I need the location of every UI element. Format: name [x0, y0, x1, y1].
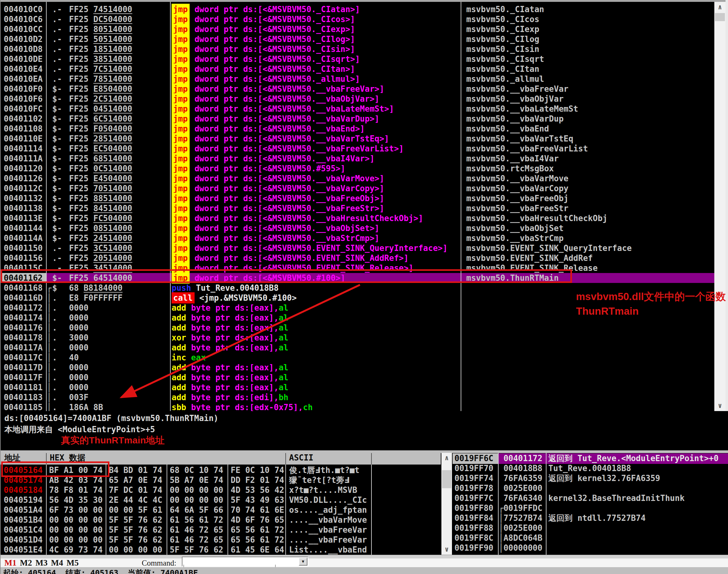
command-input[interactable] — [183, 558, 299, 566]
dump-row[interactable]: 004051D400 00 00 005F 5F 76 6261 46 72 6… — [0, 535, 441, 545]
comment-cell: msvbvm50._CItan — [466, 64, 539, 74]
disasm-row[interactable]: 00401156.-FF25 20514000jmp dword ptr ds:… — [0, 253, 714, 263]
analysis-prefix-cell: . — [52, 333, 57, 343]
operand-bytes: 84514000 — [93, 204, 132, 213]
disasm-row[interactable]: 004010FC$-FF25 04514000jmp dword ptr ds:… — [0, 104, 714, 114]
bytes-cell: FF25 70514000 — [69, 183, 132, 194]
stack-address-cell: 0019FF90 — [455, 543, 493, 553]
tab-m5[interactable]: M5 — [67, 559, 79, 567]
command-combobox[interactable]: ▼ — [182, 557, 308, 567]
disasm-row[interactable]: 00401150.-FF25 3C514000jmp dword ptr ds:… — [0, 243, 714, 253]
tab-m1[interactable]: M1 — [4, 559, 16, 567]
tab-m2[interactable]: M2 — [20, 559, 32, 567]
scroll-up-icon[interactable]: ∧ — [714, 2, 726, 12]
operand-text: eax — [191, 353, 206, 362]
operand-bytes: 78514000 — [93, 74, 132, 84]
disasm-row[interactable]: 004010CC.-FF25 80514000jmp dword ptr ds:… — [0, 24, 714, 34]
disasm-row[interactable]: 004010D2.-FF25 50514000jmp dword ptr ds:… — [0, 34, 714, 44]
column-separator[interactable] — [46, 2, 47, 411]
operand-text: dword ptr ds:[<&MSVBVM50.__vbaVarTstEq>] — [195, 134, 389, 144]
disasm-row[interactable]: 0040111A$-FF25 68514000jmp dword ptr ds:… — [0, 154, 714, 164]
instruction-cell: add byte ptr ds:[eax],al — [172, 382, 289, 393]
column-separator — [498, 453, 499, 555]
disasm-row[interactable]: 004010C0.-FF25 74514000jmp dword ptr ds:… — [0, 4, 714, 14]
disasm-row[interactable]: 00401183│.003Fadd byte ptr ds:[edi],bh — [0, 393, 714, 402]
operand-text: al — [279, 303, 288, 313]
stack-row[interactable]: 0019FF8C│A8DC064B — [453, 533, 728, 543]
disasm-row[interactable]: 00401185│.186A 8Bsbb byte ptr ds:[edx-0x… — [0, 402, 714, 411]
disasm-row[interactable]: 0040117C│.40inc eax — [0, 353, 714, 363]
analysis-prefix-cell: . — [52, 363, 57, 372]
operand-text: dword ptr ds:[<&MSVBVM50._CIatan>] — [195, 5, 360, 14]
stack-row[interactable]: 0019FF90│00000000 — [453, 543, 728, 553]
operand-text: al — [279, 323, 288, 332]
analysis-prefix-cell: $- — [52, 114, 62, 124]
disasm-row[interactable]: 00401120$-FF25 0C514000jmp dword ptr ds:… — [0, 164, 714, 173]
stack-row[interactable]: 0019FF88│0025E000 — [453, 523, 728, 533]
disasm-row[interactable]: 0040110E$-FF25 28514000jmp dword ptr ds:… — [0, 134, 714, 144]
tab-m4[interactable]: M4 — [51, 559, 63, 567]
tab-m3[interactable]: M3 — [35, 559, 48, 567]
mnemonic: jmp — [172, 143, 189, 154]
disasm-row[interactable]: 004010EA.-FF25 78514000jmp dword ptr ds:… — [0, 74, 714, 84]
disasm-row[interactable]: 00401138$-FF25 84514000jmp dword ptr ds:… — [0, 203, 714, 213]
dropdown-arrow-icon[interactable]: ▼ — [299, 558, 307, 566]
stack-row[interactable]: 0019FF84│77527B74返回到 ntdll.77527B74 — [453, 513, 728, 523]
disasm-row[interactable]: 0040117F│.0000add byte ptr ds:[eax],al — [0, 372, 714, 382]
address-cell: 0040117D — [4, 363, 43, 372]
dump-hex-group: 5F 5F 76 62 — [109, 535, 162, 545]
scrollbar-thumb[interactable] — [442, 470, 452, 488]
operand-text: byte ptr ds:[eax], — [191, 373, 279, 382]
disasm-row[interactable]: 00401132$-FF25 88514000jmp dword ptr ds:… — [0, 194, 714, 203]
column-separator[interactable] — [461, 2, 461, 411]
disasm-row[interactable]: 004010E4.-FF25 7C514000jmp dword ptr ds:… — [0, 64, 714, 74]
dump-row[interactable]: 0040518478 F8 01 747F DC 01 7400 00 00 0… — [0, 485, 441, 495]
scroll-up-icon[interactable]: ∧ — [441, 453, 452, 463]
instruction-cell: jmp dword ptr ds:[<&MSVBVM50.__vbaEnd>] — [172, 124, 365, 134]
disasm-row[interactable]: 0040117D│.0000add byte ptr ds:[eax],al — [0, 363, 714, 372]
disasm-row[interactable]: 00401181│.0000add byte ptr ds:[eax],al — [0, 382, 714, 393]
disasm-row[interactable]: 004010DE.-FF25 38514000jmp dword ptr ds:… — [0, 54, 714, 64]
dump-row[interactable]: 004051C400 00 00 005F 5F 76 6261 46 72 6… — [0, 525, 441, 535]
disasm-row[interactable]: 00401144$-FF25 08514000jmp dword ptr ds:… — [0, 223, 714, 233]
scrollbar-thumb[interactable] — [715, 13, 725, 21]
window-left-border — [0, 0, 1, 574]
dump-row[interactable]: 0040519456 4D 35 302E 44 4C 4C00 00 00 0… — [0, 495, 441, 505]
stack-row[interactable]: 0019FF78 0025E000 — [453, 483, 728, 493]
dump-row[interactable]: 004051B400 00 00 005F 5F 76 6261 56 61 7… — [0, 515, 441, 525]
disasm-row[interactable]: 0040114A$-FF25 24514000jmp dword ptr ds:… — [0, 233, 714, 243]
disasm-row[interactable]: 00401102$-FF25 6C514000jmp dword ptr ds:… — [0, 114, 714, 124]
bytes-cell: FF25 24514000 — [69, 233, 132, 243]
disasm-row[interactable]: 004010C6.-FF25 DC504000jmp dword ptr ds:… — [0, 14, 714, 24]
status-text: 起始: 405164 结束: 405163 当前值: 7400A1BF — [3, 568, 198, 574]
stack-row[interactable]: 0019FF7C 76FA6340kernel32.BaseThreadInit… — [453, 493, 728, 503]
disasm-scrollbar[interactable]: ∧ ∨ — [714, 2, 726, 411]
dump-hex-group: 5F 5F 76 62 — [109, 515, 162, 525]
stack-row[interactable]: 0019FF70 004018B8Tut_Reve.004018B8 — [453, 463, 728, 473]
disasm-row[interactable]: 004010D8.-FF25 18514000jmp dword ptr ds:… — [0, 44, 714, 54]
dump-row[interactable]: 004051E44C 69 73 7400 00 00 005F 5F 76 6… — [0, 545, 441, 555]
column-separator[interactable] — [170, 2, 171, 411]
disasm-row[interactable]: 004010F6$-FF25 2C514000jmp dword ptr ds:… — [0, 94, 714, 104]
stack-row[interactable]: 0019FF74 76FA6359返回到 kernel32.76FA6359 — [453, 473, 728, 483]
scroll-down-icon[interactable]: ∨ — [714, 401, 726, 411]
disasm-row[interactable]: 00401178│.3000xor byte ptr ds:[eax],al — [0, 333, 714, 343]
disasm-row[interactable]: 00401126$-FF25 E4504000jmp dword ptr ds:… — [0, 173, 714, 183]
dump-row[interactable]: 004051A46F 73 00 0000 00 5F 6164 6A 5F 6… — [0, 505, 441, 515]
disasm-row[interactable]: 0040117A│.0000add byte ptr ds:[eax],al — [0, 343, 714, 353]
stack-row[interactable]: 0019FF80┌0019FFDC — [453, 503, 728, 513]
disasm-row[interactable]: 00401176│.0000add byte ptr ds:[eax],al — [0, 323, 714, 333]
dump-scrollbar[interactable]: ∧ ∨ — [441, 453, 452, 555]
stack-pane[interactable]: 0019FF6C 00401172返回到 Tut_Reve.<ModuleEnt… — [453, 453, 728, 555]
disasm-row[interactable]: 00401108$-FF25 F0504000jmp dword ptr ds:… — [0, 124, 714, 134]
disassembly-pane[interactable]: 004010C0.-FF25 74514000jmp dword ptr ds:… — [0, 2, 728, 411]
disasm-row[interactable]: 0040112C$-FF25 70514000jmp dword ptr ds:… — [0, 183, 714, 194]
disasm-row[interactable]: 0040113E$-FF25 FC504000jmp dword ptr ds:… — [0, 213, 714, 223]
operand-bytes: 04514000 — [93, 104, 132, 114]
disasm-row[interactable]: 004010F0$-FF25 E8504000jmp dword ptr ds:… — [0, 84, 714, 94]
stack-address-cell: 0019FF7C — [455, 493, 493, 503]
disasm-row[interactable]: 00401114$-FF25 EC504000jmp dword ptr ds:… — [0, 144, 714, 154]
stack-row[interactable]: 0019FF6C 00401172返回到 Tut_Reve.<ModuleEnt… — [453, 453, 728, 463]
operand-bytes: EC504000 — [93, 144, 132, 153]
scroll-down-icon[interactable]: ∨ — [441, 544, 452, 555]
